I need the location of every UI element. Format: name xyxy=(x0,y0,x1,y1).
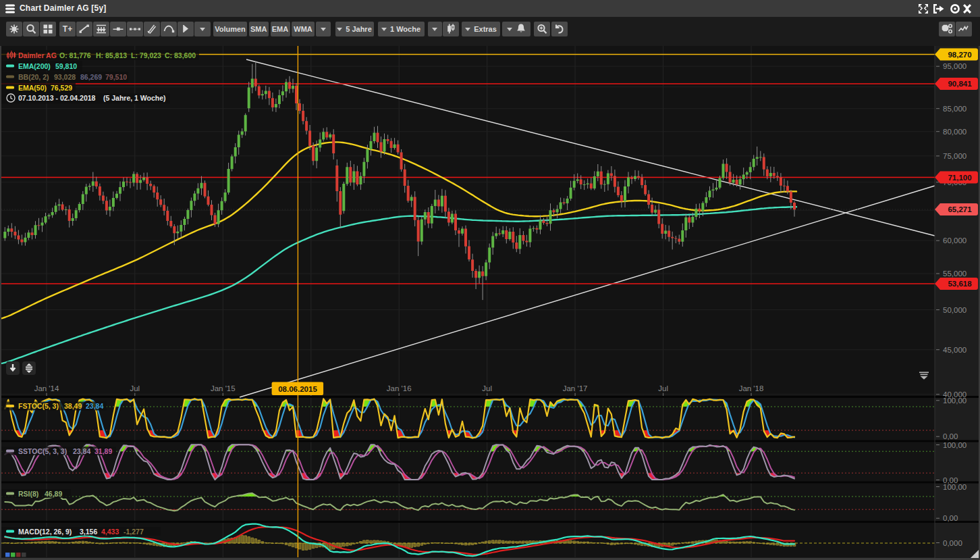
svg-text:65,271: 65,271 xyxy=(948,205,972,213)
svg-text:100,00: 100,00 xyxy=(943,441,967,449)
svg-text:53,618: 53,618 xyxy=(948,280,972,288)
svg-text:80,000: 80,000 xyxy=(943,128,967,136)
svg-text:Jul: Jul xyxy=(482,384,492,392)
svg-text:08.06.2015: 08.06.2015 xyxy=(278,385,317,393)
svg-text:60,000: 60,000 xyxy=(943,236,967,245)
svg-text:90,841: 90,841 xyxy=(948,80,972,88)
svg-text:100,00: 100,00 xyxy=(943,483,967,491)
svg-text:EMA(200)59,810: EMA(200)59,810 xyxy=(18,62,77,70)
svg-text:45,000: 45,000 xyxy=(943,346,967,354)
svg-text:98,270: 98,270 xyxy=(948,51,971,59)
svg-text:L: 79,023: L: 79,023 xyxy=(131,51,161,59)
svg-text:Jul: Jul xyxy=(130,384,140,392)
svg-text:55,000: 55,000 xyxy=(943,270,967,278)
svg-text:Jan '17: Jan '17 xyxy=(563,384,588,392)
svg-text:Jan '18: Jan '18 xyxy=(739,384,764,392)
svg-text:Jul: Jul xyxy=(658,384,668,392)
svg-text:100,00: 100,00 xyxy=(943,397,967,405)
svg-text:75,000: 75,000 xyxy=(943,152,967,160)
svg-text:BB(20, 2)93,02886,26979,510: BB(20, 2)93,02886,26979,510 xyxy=(18,73,127,81)
svg-text:Daimler AG: Daimler AG xyxy=(18,51,57,59)
svg-text:07.10.2013 - 02.04.2018(5 Jahr: 07.10.2013 - 02.04.2018(5 Jahre, 1 Woche… xyxy=(18,94,166,102)
svg-text:EMA(50)76,529: EMA(50)76,529 xyxy=(18,84,72,92)
svg-text:SSTOC(5, 3, 3)23,8431,89: SSTOC(5, 3, 3)23,8431,89 xyxy=(18,447,112,455)
svg-text:95,000: 95,000 xyxy=(943,62,967,70)
svg-text:0,00: 0,00 xyxy=(943,432,958,440)
svg-text:MACD(12, 26, 9)3,1564,433-1,27: MACD(12, 26, 9)3,1564,433-1,277 xyxy=(18,528,144,536)
svg-text:50,000: 50,000 xyxy=(943,306,967,314)
svg-text:85,000: 85,000 xyxy=(943,105,967,113)
svg-text:Jan '15: Jan '15 xyxy=(211,384,236,392)
svg-text:C: 83,600: C: 83,600 xyxy=(165,51,196,59)
svg-text:Jan '14: Jan '14 xyxy=(34,384,59,392)
svg-text:0,000: 0,000 xyxy=(943,539,962,547)
svg-text:0,00: 0,00 xyxy=(943,514,958,522)
svg-text:O: 81,776: O: 81,776 xyxy=(59,51,91,59)
svg-text:71,100: 71,100 xyxy=(948,174,971,182)
svg-text:Jan '16: Jan '16 xyxy=(387,384,412,392)
svg-text:H: 85,813: H: 85,813 xyxy=(96,51,127,59)
